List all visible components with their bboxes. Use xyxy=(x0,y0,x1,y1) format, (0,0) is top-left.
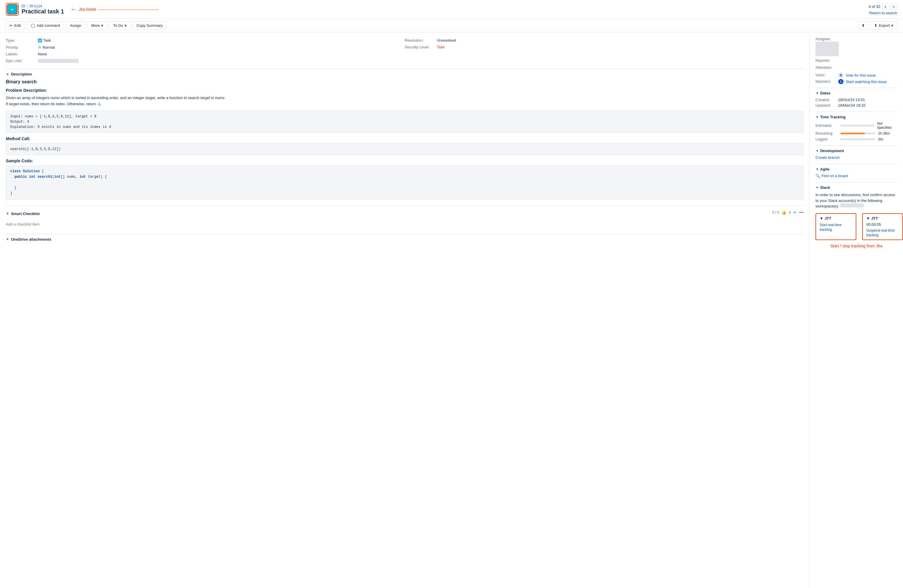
development-chevron-icon: ▼ xyxy=(815,149,819,153)
assign-label: Assign xyxy=(70,23,81,28)
description-section-label: Description xyxy=(11,72,32,76)
time-tracking-header[interactable]: ▼ Time Tracking xyxy=(815,115,897,119)
checklist-input[interactable] xyxy=(6,220,804,228)
jtt-box-1: ▼ JTT Start real-time tracking xyxy=(815,213,856,240)
more-button[interactable]: More ▾ xyxy=(88,21,107,30)
updated-value: 18/Mar/24 19:32 xyxy=(838,103,866,108)
jtt-box-2: ▼ JTT 00:00:05 Suspend real-time trackin… xyxy=(862,213,903,240)
epic-link-placeholder xyxy=(38,59,79,63)
created-row: Created: 18/Oct/23 13:01 xyxy=(815,97,897,102)
logged-value: 0m xyxy=(878,137,883,141)
prev-button[interactable]: ∧ xyxy=(882,4,889,9)
edit-label: Edit xyxy=(14,23,21,28)
task-svg-icon xyxy=(9,6,16,13)
dates-header[interactable]: ▼ Dates xyxy=(815,91,897,95)
slack-label: Slack xyxy=(820,185,830,190)
add-comment-button[interactable]: ◯ Add comment xyxy=(27,21,64,30)
export-label: Export xyxy=(879,23,890,28)
next-button[interactable]: ∨ xyxy=(890,4,897,9)
comment-icon: ◯ xyxy=(31,23,35,28)
problem-title: Problem Description: xyxy=(6,88,804,93)
votes-row: Votes: 0 Vote for this issue xyxy=(815,72,897,78)
logged-bar-fill xyxy=(840,138,875,140)
top-header: DI / DI-1114 Practical task 1 ← Jira tic… xyxy=(0,0,903,19)
vote-link[interactable]: Vote for this issue xyxy=(846,73,876,77)
jtt-1-chevron-icon: ▼ xyxy=(820,216,823,221)
export-button[interactable]: ⬆ Export ▾ xyxy=(870,21,897,30)
ondrive-label: OneDrive attachments xyxy=(11,237,51,241)
field-type: Type: Task xyxy=(6,37,405,44)
fields-left-col: Type: Task Priority: ≋ Normal xyxy=(6,37,405,64)
export-chevron-icon: ▾ xyxy=(891,23,894,28)
estimated-bar xyxy=(840,125,874,127)
find-on-board-link[interactable]: 🔍 Find on a board xyxy=(815,174,897,178)
page-wrapper: DI / DI-1114 Practical task 1 ← Jira tic… xyxy=(0,0,903,588)
copy-summary-button[interactable]: Copy Summary xyxy=(133,21,167,30)
main-content: Type: Task Priority: ≋ Normal xyxy=(0,32,903,588)
remaining-value: 2h 30m xyxy=(878,132,890,135)
example-code-block: Input: nums = [-1,0,3,5,9,12], target = … xyxy=(6,111,804,133)
breadcrumb-separator: / xyxy=(27,4,28,8)
breadcrumb: DI / DI-1114 xyxy=(22,4,64,8)
jtt-2-suspend-link[interactable]: Suspend real-time tracking xyxy=(866,229,895,237)
jtt-1-start-link[interactable]: Start real-time tracking xyxy=(820,223,842,232)
assign-button[interactable]: Assign xyxy=(66,21,85,30)
fields-right-col: Resolution: Unresolved Security Level: T… xyxy=(405,37,804,64)
create-branch-link[interactable]: Create branch xyxy=(815,155,897,160)
breadcrumb-di[interactable]: DI xyxy=(22,4,25,8)
slack-workspace-placeholder xyxy=(840,203,864,207)
upload-icon: ⬆ xyxy=(874,23,877,28)
add-comment-label: Add comment xyxy=(36,23,60,28)
todo-label: To Do xyxy=(113,23,123,28)
checklist-header[interactable]: ▼ Smart Checklist xyxy=(6,212,40,216)
checklist-edit-icon[interactable]: ✏ xyxy=(793,210,797,215)
edit-button[interactable]: ✏ Edit xyxy=(6,21,25,30)
todo-button[interactable]: To Do ▾ xyxy=(109,21,131,30)
dates-section: ▼ Dates Created: 18/Oct/23 13:01 Updated… xyxy=(815,91,897,108)
field-epic-link: Epic Link: xyxy=(6,57,405,64)
search-icon: 🔍 xyxy=(815,174,820,178)
remaining-label: Remaining: xyxy=(815,132,837,135)
find-on-board-label: Find on a board xyxy=(821,174,848,178)
todo-chevron-icon: ▾ xyxy=(124,23,127,28)
jtt-2-label: JTT xyxy=(871,216,878,221)
checklist-thumbs-icon[interactable]: 👍 xyxy=(781,210,787,215)
agile-chevron-icon: ▼ xyxy=(815,167,819,171)
watch-link[interactable]: Start watching this issue xyxy=(846,80,887,84)
agile-header[interactable]: ▼ Agile xyxy=(815,167,897,171)
pencil-icon: ✏ xyxy=(9,23,13,28)
field-resolution: Resolution: Unresolved xyxy=(405,37,804,44)
security-value: Task xyxy=(437,45,445,49)
chevron-down-icon: ▾ xyxy=(101,23,103,28)
agile-section: ▼ Agile 🔍 Find on a board xyxy=(815,167,897,178)
time-tracking-section: ▼ Time Tracking Estimated: Not Specified… xyxy=(815,115,897,141)
description-header[interactable]: ▼ Description xyxy=(6,72,804,76)
annotation-start-stop: Start / stop tracking from Jira xyxy=(831,244,883,248)
logged-label: Logged: xyxy=(815,137,837,141)
slack-section: ▼ Slack In order to see discussions, fir… xyxy=(815,185,897,209)
header-right: 4 of 32 ∧ ∨ Return to search xyxy=(868,4,897,15)
return-to-search-link[interactable]: Return to search xyxy=(869,11,897,15)
estimated-bar-fill xyxy=(840,125,874,127)
agile-label: Agile xyxy=(820,167,829,171)
remaining-bar-fill xyxy=(840,133,865,134)
breadcrumb-issue[interactable]: DI-1114 xyxy=(30,4,42,8)
remaining-bar xyxy=(840,133,875,134)
description-chevron-icon: ▼ xyxy=(6,72,9,76)
ondrive-section: ▼ OneDrive attachments xyxy=(6,234,804,241)
checklist-filter-icon[interactable]: ≡ xyxy=(789,210,791,215)
development-header[interactable]: ▼ Development xyxy=(815,149,897,153)
priority-icon: ≋ xyxy=(38,45,41,50)
checklist-label: Smart Checklist xyxy=(11,212,40,216)
ondrive-header[interactable]: ▼ OneDrive attachments xyxy=(6,237,804,241)
divider-right-5 xyxy=(815,182,897,182)
checklist-more-icon[interactable]: ••• xyxy=(799,210,804,215)
slack-chevron-icon: ▼ xyxy=(815,186,819,190)
share-button[interactable]: ⬆ xyxy=(858,21,868,30)
slack-header[interactable]: ▼ Slack xyxy=(815,185,897,190)
jtt-container: ▼ JTT Start real-time tracking ▼ JTT 00:… xyxy=(815,213,897,240)
pagination-count: 4 of 32 xyxy=(868,5,880,9)
method-title: Method Call: xyxy=(6,136,804,141)
annotation-jira-ticket: Jira ticket xyxy=(79,7,96,12)
svg-point-0 xyxy=(9,7,15,12)
